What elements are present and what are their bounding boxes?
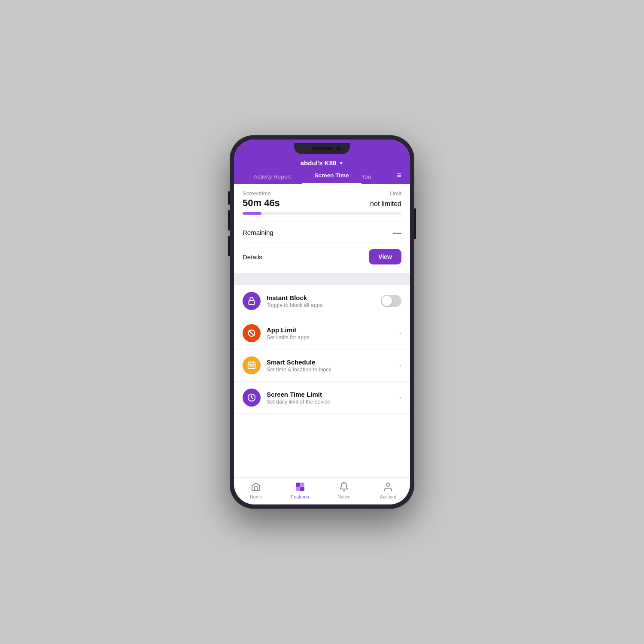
dropdown-arrow-icon[interactable]: ▼ [339, 161, 343, 166]
smart-schedule-chevron-icon: › [399, 361, 401, 369]
svg-point-16 [386, 483, 390, 486]
screen-time-limit-subtitle: Set daily limit of the device [267, 399, 399, 405]
feature-screen-time-limit[interactable]: Screen Time Limit Set daily limit of the… [234, 382, 410, 414]
progress-bar-container [243, 212, 401, 215]
view-button[interactable]: View [369, 249, 401, 264]
feature-smart-schedule[interactable]: Smart Schedule Set time & location to bl… [234, 349, 410, 382]
home-icon [250, 481, 261, 492]
nav-home-label: Home [250, 494, 262, 499]
details-row: Details View [234, 243, 410, 273]
smart-schedule-icon-bg [243, 356, 261, 374]
screentime-section: Screentime Limit 50m 46s not limited [234, 184, 410, 222]
notch-area [234, 140, 410, 154]
notch [294, 143, 350, 154]
features-icon [295, 481, 306, 492]
svg-rect-14 [301, 487, 304, 491]
volume-down-button [228, 236, 230, 256]
no-icon [247, 328, 256, 338]
device-title[interactable]: abdul's K88 ▼ [243, 158, 401, 171]
nav-features-label: Features [291, 494, 309, 499]
tab-activity-report[interactable]: Activity Report [243, 173, 302, 184]
remaining-label: Remaining [243, 229, 273, 236]
instant-block-subtitle: Toggle to block all apps [267, 302, 381, 308]
smart-schedule-title: Smart Schedule [267, 358, 399, 366]
mute-button [228, 191, 230, 205]
svg-rect-8 [251, 365, 252, 367]
instant-block-toggle[interactable] [381, 295, 401, 307]
nav-account[interactable]: Account [366, 481, 410, 499]
nav-notice[interactable]: Notice [322, 481, 366, 499]
details-label: Details [243, 253, 262, 261]
limit-label: Limit [390, 190, 401, 197]
smart-schedule-text: Smart Schedule Set time & location to bl… [267, 358, 399, 373]
svg-rect-7 [249, 365, 251, 367]
screen-time-limit-icon-bg [243, 389, 261, 407]
grey-separator [234, 273, 410, 285]
device-name: abdul's K88 [301, 159, 337, 167]
tab-screen-time[interactable]: Screen Time [302, 172, 361, 184]
svg-rect-0 [249, 301, 255, 304]
tab-you[interactable]: You [361, 173, 397, 184]
feature-instant-block[interactable]: Instant Block Toggle to block all apps [234, 285, 410, 317]
volume-up-button [228, 210, 230, 231]
power-button-area [414, 208, 416, 239]
smart-schedule-chevron-area: › [399, 361, 401, 369]
feature-app-limit[interactable]: App Limit Set limits for apps › [234, 317, 410, 349]
phone-frame: abdul's K88 ▼ Activity Report Screen Tim… [230, 135, 414, 509]
lock-icon [247, 296, 256, 306]
instant-block-text: Instant Block Toggle to block all apps [267, 294, 381, 308]
instant-block-icon-bg [243, 292, 261, 310]
nav-features[interactable]: Features [278, 481, 322, 499]
screentime-values-row: 50m 46s not limited [243, 197, 401, 209]
app-header: abdul's K88 ▼ Activity Report Screen Tim… [234, 154, 410, 184]
screentime-label: Screentime [243, 190, 271, 197]
screen-time-limit-text: Screen Time Limit Set daily limit of the… [267, 391, 399, 405]
clock-icon [247, 393, 256, 402]
screen-time-limit-title: Screen Time Limit [267, 391, 399, 398]
app-limit-chevron-icon: › [399, 329, 401, 337]
svg-line-2 [249, 331, 254, 336]
power-button [414, 208, 416, 239]
nav-account-label: Account [380, 494, 396, 499]
progress-bar-fill [243, 212, 261, 215]
nav-notice-label: Notice [337, 494, 350, 499]
app-limit-icon-bg [243, 324, 261, 342]
tab-bar: Activity Report Screen Time You ≡ [243, 171, 401, 184]
notice-icon [338, 481, 349, 492]
svg-rect-9 [253, 365, 254, 367]
nav-home[interactable]: Home [234, 481, 278, 499]
camera [336, 146, 340, 151]
bottom-nav: Home Features [234, 477, 410, 504]
instant-block-toggle-area [381, 295, 401, 307]
account-icon [383, 481, 394, 492]
main-content: Screentime Limit 50m 46s not limited Rem… [234, 184, 410, 477]
menu-icon[interactable]: ≡ [397, 171, 401, 184]
svg-rect-13 [296, 487, 300, 491]
calendar-icon [247, 361, 256, 370]
app-limit-subtitle: Set limits for apps [267, 334, 399, 340]
remaining-row: Remaining — [234, 222, 410, 243]
app-limit-chevron-area: › [399, 329, 401, 337]
remaining-dash: — [393, 228, 401, 237]
smart-schedule-subtitle: Set time & location to block [267, 367, 399, 373]
phone-screen: abdul's K88 ▼ Activity Report Screen Tim… [234, 140, 410, 504]
screen-time-limit-chevron-icon: › [399, 394, 401, 401]
app-limit-text: App Limit Set limits for apps [267, 326, 399, 340]
svg-rect-11 [296, 483, 300, 486]
volume-buttons [228, 191, 230, 256]
limit-value: not limited [370, 200, 401, 208]
screentime-value: 50m 46s [243, 197, 280, 209]
speaker [311, 147, 333, 150]
app-limit-title: App Limit [267, 326, 399, 334]
toggle-knob [382, 296, 392, 306]
instant-block-title: Instant Block [267, 294, 381, 301]
svg-rect-12 [301, 483, 304, 486]
screen-time-limit-chevron-area: › [399, 394, 401, 401]
screentime-header-row: Screentime Limit [243, 190, 401, 197]
